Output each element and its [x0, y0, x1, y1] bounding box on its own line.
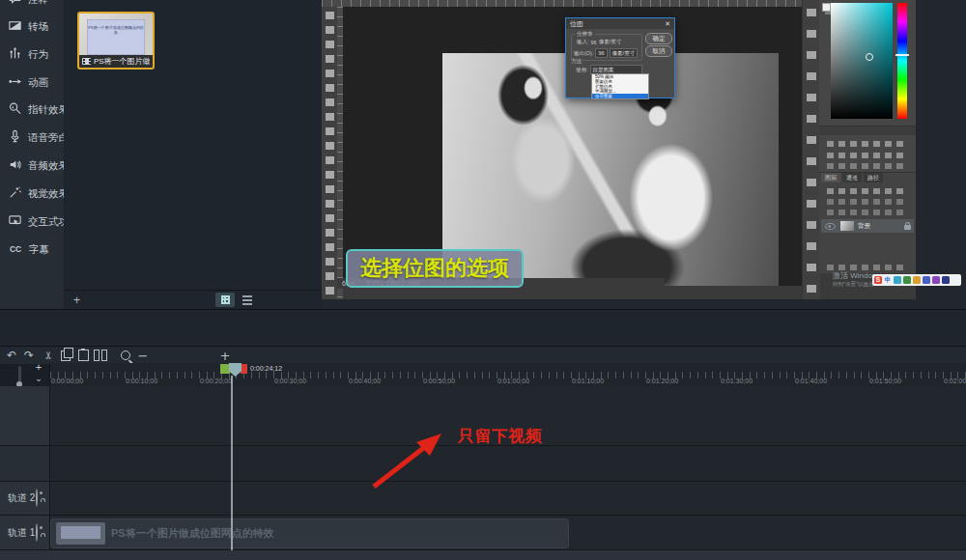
sidebar-item-audio-effects[interactable]: 音频效果 [0, 153, 64, 180]
timeline-clip[interactable]: PS将一个图片做成位图网点的特效 [50, 518, 569, 548]
paste-button[interactable] [75, 347, 91, 364]
ps-bitmap-dialog: 位图 ✕ 分辨率 输入: 96 像素/英寸 输出(O): 96 像素/英寸 [565, 17, 675, 98]
ps-ok-button: 确定 [645, 33, 672, 44]
track1-header: 轨道 1 [0, 516, 49, 549]
captions-cc-icon: CC [8, 241, 23, 260]
ps-dialog-title: 位图 [570, 19, 583, 29]
playhead-line[interactable] [231, 376, 233, 550]
sidebar-item-annotations[interactable]: 注释 [0, 0, 64, 14]
ps-fg-bg-swatch-icon [822, 3, 831, 12]
ruler-label: 0:01:00;00 [497, 378, 529, 384]
split-button[interactable] [92, 347, 109, 364]
undo-button[interactable]: ↶ [4, 347, 19, 364]
ruler-label: 0:02:00;00 [944, 378, 966, 384]
ruler-label: 0:00:10;00 [126, 378, 157, 384]
timeline-bottom-strip [0, 550, 966, 560]
ps-hue-cursor [895, 54, 909, 56]
collapse-tracks-button[interactable]: ⌄ [31, 374, 46, 386]
photoshop-screenshot: 66% 文档:2.25M/2.25M 〉 位图 ✕ 分辨率 输入: 96 像素/… [322, 0, 916, 299]
timeline-ruler[interactable]: 0:00:00;00 0:00:10;00 0:00:20;00 0:00:30… [49, 363, 966, 386]
playhead-in-marker[interactable] [220, 364, 230, 374]
sidebar-item-label: 视觉效果 [28, 187, 69, 201]
sidebar-item-interactivity[interactable]: 交互式功能 [0, 209, 64, 236]
track2-header: 轨道 2 [0, 482, 49, 515]
sidebar-item-captions[interactable]: CC 字幕 [0, 237, 64, 264]
add-media-button[interactable]: + [70, 293, 84, 307]
ps-tab-paths: 路径 [864, 173, 883, 182]
grid-view-button[interactable] [215, 293, 235, 307]
speaker-icon [8, 157, 22, 176]
preview-canvas[interactable]: 66% 文档:2.25M/2.25M 〉 位图 ✕ 分辨率 输入: 96 像素/… [322, 0, 966, 309]
input-method-toolbar: S 中 [872, 274, 961, 286]
behaviors-icon [8, 46, 22, 65]
ps-tab-layers: 图层 [821, 173, 840, 182]
list-view-button[interactable] [239, 293, 256, 307]
thumbnail-filename: PS将一个图片做... [94, 56, 150, 67]
ime-icon [894, 276, 901, 284]
track2-name: 轨道 2 [8, 491, 35, 505]
eye-icon[interactable] [36, 489, 38, 507]
copy-icon [61, 350, 71, 361]
ps-color-cursor [866, 53, 873, 61]
transitions-icon [8, 18, 22, 37]
track1-name: 轨道 1 [8, 526, 35, 540]
ps-layer-thumbnail [840, 221, 854, 231]
ime-icon [913, 276, 921, 284]
ps-input-value: 96 [591, 40, 597, 45]
track-header-spacer [0, 446, 49, 481]
cursor-effects-icon [8, 101, 22, 120]
ps-hue-strip [897, 3, 907, 119]
video-editor-app: 注释 转场 行为 动画 指针效果 语音旁白 音频效果 视觉效果 [0, 0, 966, 560]
timeline-toolbar: ↶ ↷ ✂ − + [0, 346, 966, 364]
callout-icon [8, 0, 22, 10]
ps-adjustments-panel [819, 126, 916, 173]
timeline-empty-area[interactable] [49, 446, 966, 481]
eye-icon [825, 222, 835, 229]
sidebar-item-label: 注释 [28, 0, 48, 7]
ps-background-layer-row: 背景 [821, 219, 914, 233]
add-track-button[interactable]: + [31, 361, 46, 374]
microphone-icon [8, 129, 22, 148]
zoom-tool-button[interactable] [118, 347, 133, 364]
ruler-label: 0:01:50;00 [869, 378, 901, 384]
ps-resolution-legend: 分辨率 [575, 31, 595, 38]
media-clip-thumbnail[interactable]: PS将一个图片做成位图网点的特效 PS将一个图片做... [77, 12, 155, 70]
ruler-label: 0:00:20;00 [200, 378, 232, 384]
ps-adjustment-icons-row [827, 163, 908, 169]
sidebar-item-label: 音频效果 [28, 159, 69, 173]
zoom-out-button[interactable]: − [136, 347, 150, 364]
sidebar-item-transitions[interactable]: 转场 [0, 14, 64, 41]
sidebar-item-cursor-effects[interactable]: 指针效果 [0, 97, 64, 124]
zoom-in-button[interactable]: + [218, 347, 232, 364]
ps-input-row: 输入: 96 像素/英寸 [577, 39, 621, 45]
sidebar-item-visual-effects[interactable]: 视觉效果 [0, 181, 64, 208]
sidebar-item-voice-narration[interactable]: 语音旁白 [0, 125, 64, 152]
track-row-2: 轨道 2 [0, 482, 966, 516]
ps-color-picker-panel [819, 0, 916, 126]
sidebar-item-label: 语音旁白 [28, 131, 69, 145]
thumbnail-label-bar: PS将一个图片做... [79, 55, 153, 68]
callout-annotation[interactable]: 选择位图的选项 [346, 249, 524, 288]
lock-icon [904, 225, 911, 230]
sidebar-item-label: 行为 [28, 48, 48, 62]
ps-layer-name: 背景 [858, 222, 870, 231]
track2-lane[interactable] [49, 482, 966, 515]
interactivity-icon [8, 213, 22, 232]
clip-thumbnail [56, 522, 105, 545]
split-icon [94, 350, 107, 361]
ime-logo-icon: S [874, 276, 882, 284]
sidebar-item-animations[interactable]: 动画 [0, 70, 64, 97]
ime-chinese-mode-icon: 中 [884, 276, 892, 284]
red-arrow-annotation [370, 431, 447, 490]
eye-icon[interactable] [36, 523, 38, 542]
sidebar-item-label: 字幕 [29, 243, 49, 257]
playhead-time-label: 0:00:24;12 [250, 365, 282, 372]
copy-button[interactable] [58, 347, 73, 364]
ps-method-text: 方法 [571, 58, 582, 65]
sidebar-item-behaviors[interactable]: 行为 [0, 42, 64, 69]
magnifier-icon [121, 350, 130, 360]
ps-output-field: 96 [595, 48, 607, 58]
playhead-out-marker[interactable] [241, 364, 247, 374]
sidebar-item-label: 动画 [28, 76, 48, 90]
ps-saturation-value-square [831, 3, 893, 119]
